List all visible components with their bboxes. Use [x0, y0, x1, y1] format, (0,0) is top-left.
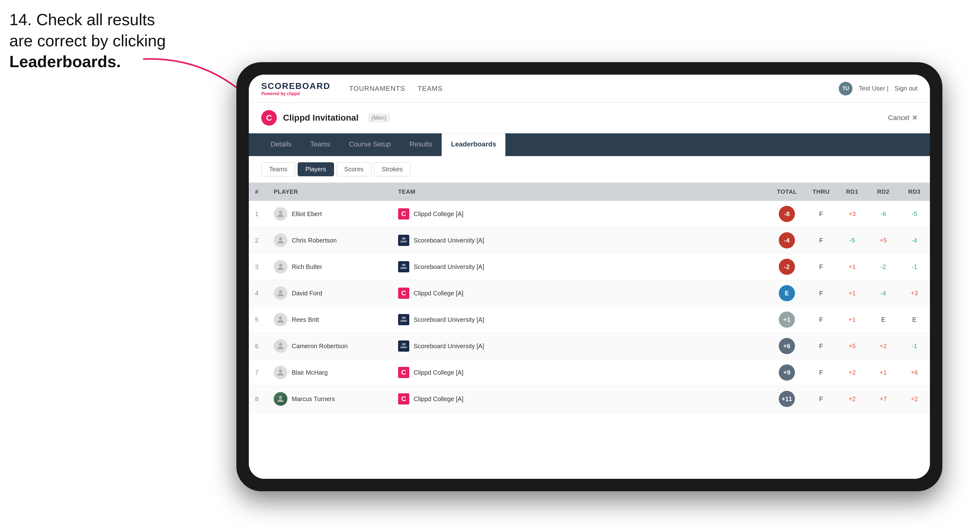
col-thru: THRU [805, 183, 837, 201]
cell-total: -2 [768, 254, 805, 280]
cell-rd2: E [868, 306, 899, 333]
cell-rd2: -2 [868, 254, 899, 280]
cell-total: +11 [768, 386, 805, 412]
cell-rd1: +5 [837, 333, 868, 359]
cell-rd2: +5 [868, 227, 899, 254]
cell-rank: 5 [249, 306, 267, 333]
cell-rd1: +2 [837, 359, 868, 386]
tab-course-setup[interactable]: Course Setup [340, 133, 400, 156]
cell-team: SBUNIVScoreboard University [A] [392, 227, 768, 254]
filter-bar: Teams Players Scores Strokes [249, 156, 930, 183]
nav-links: TOURNAMENTS TEAMS [349, 82, 839, 95]
cell-rd3: -1 [899, 254, 930, 280]
svg-point-3 [279, 264, 282, 267]
cell-rd3: -1 [899, 333, 930, 359]
svg-point-1 [279, 211, 282, 214]
tournament-title-area: C Clippd Invitational (Men) [261, 110, 390, 125]
col-rd1: RD1 [837, 183, 868, 201]
cell-player: Elliot Ebert [267, 201, 392, 227]
cell-rd1: +1 [837, 306, 868, 333]
svg-point-2 [279, 237, 282, 240]
tab-results[interactable]: Results [400, 133, 442, 156]
cell-player: Rees Britt [267, 306, 392, 333]
cell-total: +6 [768, 333, 805, 359]
cell-rank: 7 [249, 359, 267, 386]
col-team: TEAM [392, 183, 768, 201]
svg-point-7 [279, 369, 282, 373]
cell-rank: 2 [249, 227, 267, 254]
cell-rank: 4 [249, 280, 267, 306]
filter-teams[interactable]: Teams [261, 162, 295, 176]
cell-team: CClippd College [A] [392, 386, 768, 412]
table-row: 8Marcus TurnersCClippd College [A]+11F+2… [249, 386, 930, 412]
col-player: PLAYER [267, 183, 392, 201]
col-rank: # [249, 183, 267, 201]
svg-point-8 [279, 396, 282, 399]
tablet-screen: SCOREBOARD Powered by clippd TOURNAMENTS… [249, 75, 930, 479]
cell-rd3: E [899, 306, 930, 333]
logo-sub: Powered by clippd [261, 91, 330, 96]
cell-thru: F [805, 280, 837, 306]
cell-rd3: +6 [899, 359, 930, 386]
cell-total: E [768, 280, 805, 306]
cell-player: Cameron Robertson [267, 333, 392, 359]
leaderboard-table-container: # PLAYER TEAM TOTAL THRU RD1 RD2 RD3 1El… [249, 183, 930, 479]
cell-rd3: -4 [899, 227, 930, 254]
svg-point-5 [279, 316, 282, 320]
cell-rd1: +2 [837, 386, 868, 412]
tournament-badge: (Men) [368, 113, 390, 122]
nav-tournaments[interactable]: TOURNAMENTS [349, 82, 405, 95]
cell-player: David Ford [267, 280, 392, 306]
col-total: TOTAL [768, 183, 805, 201]
nav-right: TU Test User | Sign out [839, 82, 918, 95]
logo-text: SCOREBOARD [261, 81, 330, 91]
cell-rank: 3 [249, 254, 267, 280]
tablet-frame: SCOREBOARD Powered by clippd TOURNAMENTS… [236, 62, 942, 491]
cell-rd2: +1 [868, 359, 899, 386]
table-row: 2Chris RobertsonSBUNIVScoreboard Univers… [249, 227, 930, 254]
cell-team: CClippd College [A] [392, 280, 768, 306]
cancel-button[interactable]: Cancel ✕ [888, 114, 918, 122]
cell-team: CClippd College [A] [392, 201, 768, 227]
cell-rd1: +1 [837, 280, 868, 306]
table-body: 1Elliot EbertCClippd College [A]-8F+3-6-… [249, 201, 930, 412]
table-row: 1Elliot EbertCClippd College [A]-8F+3-6-… [249, 201, 930, 227]
tab-bar: Details Teams Course Setup Results Leade… [249, 133, 930, 156]
svg-point-6 [279, 343, 282, 346]
instruction-text: 14. Check all results are correct by cli… [10, 10, 166, 73]
avatar: TU [839, 82, 853, 95]
cell-rd3: +2 [899, 386, 930, 412]
cell-player: Marcus Turners [267, 386, 392, 412]
cell-rd2: +2 [868, 333, 899, 359]
tab-details[interactable]: Details [261, 133, 301, 156]
svg-point-4 [279, 290, 282, 293]
cell-thru: F [805, 201, 837, 227]
nav-teams[interactable]: TEAMS [418, 82, 443, 95]
filter-scores[interactable]: Scores [337, 162, 371, 176]
logo-area: SCOREBOARD Powered by clippd [261, 81, 330, 96]
cell-rd3: +3 [899, 280, 930, 306]
cell-rd1: +3 [837, 201, 868, 227]
filter-players[interactable]: Players [298, 162, 334, 176]
cell-rank: 8 [249, 386, 267, 412]
tournament-name: Clippd Invitational [283, 113, 359, 123]
cell-thru: F [805, 254, 837, 280]
cell-thru: F [805, 306, 837, 333]
cell-team: CClippd College [A] [392, 359, 768, 386]
cell-total: +9 [768, 359, 805, 386]
signout-button[interactable]: Sign out [895, 85, 918, 92]
tab-leaderboards[interactable]: Leaderboards [442, 133, 506, 157]
cell-total: -4 [768, 227, 805, 254]
tab-teams[interactable]: Teams [301, 133, 340, 156]
table-header: # PLAYER TEAM TOTAL THRU RD1 RD2 RD3 [249, 183, 930, 201]
filter-strokes[interactable]: Strokes [374, 162, 410, 176]
cell-player: Rich Butler [267, 254, 392, 280]
col-rd2: RD2 [868, 183, 899, 201]
cell-team: SBUNIVScoreboard University [A] [392, 333, 768, 359]
cell-rd2: -6 [868, 201, 899, 227]
cell-rd2: -4 [868, 280, 899, 306]
col-rd3: RD3 [899, 183, 930, 201]
cell-total: +1 [768, 306, 805, 333]
cell-thru: F [805, 386, 837, 412]
nav-user-label: Test User | [859, 85, 888, 92]
